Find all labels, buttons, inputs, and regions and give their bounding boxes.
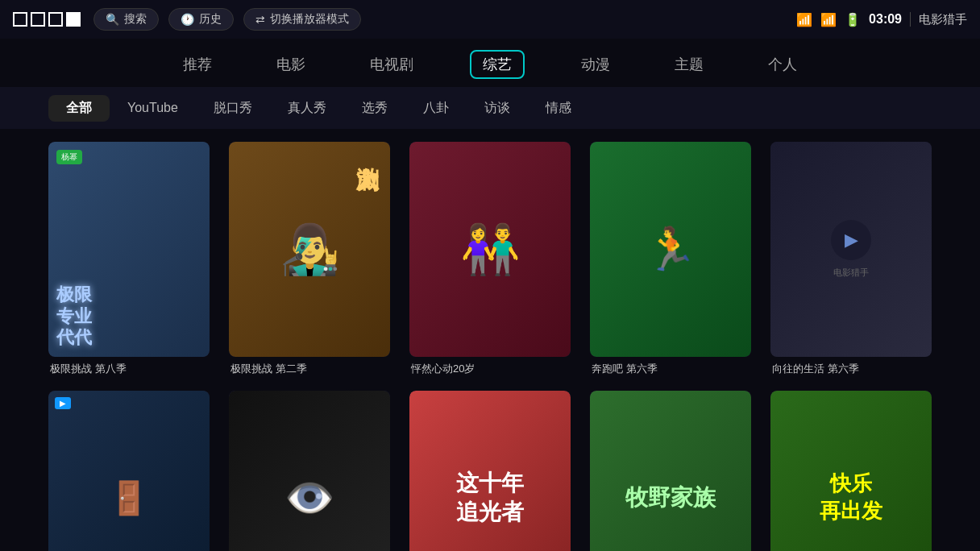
cat-推荐[interactable]: 推荐 (175, 52, 220, 77)
wifi-icon: 📶 (796, 12, 812, 27)
card-4-image: ▶ 电影猎手 (770, 142, 932, 357)
card-9-image: 快乐再出发 (770, 391, 932, 551)
sub-真人秀[interactable]: 真人秀 (270, 95, 344, 122)
category-nav: 推荐 电影 电视剧 综艺 动漫 主题 个人 (0, 39, 980, 87)
logo-square4 (66, 12, 81, 27)
card-7-image: 这十年追光者 (409, 391, 571, 551)
placeholder-play-icon: ▶ (831, 220, 871, 260)
search-button[interactable]: 🔍 搜索 (93, 8, 159, 31)
card-8-image: 牧野家族 (590, 391, 751, 551)
card-4-title: 向往的生活 第六季 (770, 362, 861, 376)
search-label: 搜索 (124, 12, 147, 27)
sub-选秀[interactable]: 选秀 (344, 95, 405, 122)
card-0[interactable]: 杨幂 极限专业代代 极限挑战 第八季 (48, 142, 210, 376)
sub-全部[interactable]: 全部 (48, 95, 110, 122)
topbar-left: 🔍 搜索 🕐 历史 ⇄ 切换播放器模式 (13, 8, 361, 31)
card-3-title: 奔跑吧 第六季 (590, 362, 659, 376)
history-button[interactable]: 🕐 历史 (168, 8, 234, 31)
sub-八卦[interactable]: 八卦 (405, 95, 467, 122)
battery-icon: 🔋 (845, 12, 861, 27)
card-4[interactable]: ▶ 电影猎手 向往的生活 第六季 (770, 142, 932, 376)
cat-综艺[interactable]: 综艺 (470, 50, 525, 79)
divider (910, 12, 911, 27)
card-0-image: 杨幂 极限专业代代 (48, 142, 210, 357)
card-1-image: 大刺激 👨‍🎤 (229, 142, 390, 357)
subcategory-nav: 全部 YouTube 脱口秀 真人秀 选秀 八卦 访谈 情感 (0, 87, 980, 129)
card-0-title: 极限挑战 第八季 (48, 362, 128, 376)
card-8[interactable]: 牧野家族 牧野家族 (590, 391, 751, 551)
card-5-image: 🚪 每周四中午12:00超前聚7月14日起 ▶ (48, 391, 210, 551)
card-5[interactable]: 🚪 每周四中午12:00超前聚7月14日起 ▶ 密室大逃脱 第四季 (48, 391, 210, 551)
logo-square3 (48, 12, 63, 27)
cat-动漫[interactable]: 动漫 (573, 52, 618, 77)
card-2[interactable]: 👫 怦然心动20岁 (409, 142, 571, 376)
card-2-title: 怦然心动20岁 (409, 362, 476, 376)
card-1[interactable]: 大刺激 👨‍🎤 极限挑战 第二季 (229, 142, 390, 376)
logo-square1 (13, 12, 27, 27)
history-label: 历史 (199, 12, 222, 27)
card-6[interactable]: 👁️ 网络炼狱：揭发N号... (229, 391, 390, 551)
topbar-right: 📶 📶 🔋 03:09 电影猎手 (796, 12, 967, 27)
card-3-image: 🏃 (590, 142, 751, 357)
cat-个人[interactable]: 个人 (760, 52, 805, 77)
card-1-title: 极限挑战 第二季 (229, 362, 309, 376)
card-6-image: 👁️ (229, 391, 390, 551)
sub-访谈[interactable]: 访谈 (467, 95, 528, 122)
card-9[interactable]: 快乐再出发 快乐再出发 (770, 391, 932, 551)
cat-主题[interactable]: 主题 (666, 52, 712, 77)
card-2-image: 👫 (409, 142, 571, 357)
cat-电影[interactable]: 电影 (268, 52, 314, 77)
history-icon: 🕐 (181, 13, 194, 26)
logo-square2 (31, 12, 45, 27)
switch-mode-button[interactable]: ⇄ 切换播放器模式 (243, 8, 361, 31)
app-title: 电影猎手 (919, 12, 967, 27)
content-grid: 杨幂 极限专业代代 极限挑战 第八季 大刺激 👨‍🎤 极限挑战 第二季 👫 怦然… (0, 135, 980, 551)
switch-label: 切换播放器模式 (270, 12, 349, 27)
signal-icon: 📶 (820, 12, 837, 27)
sub-YouTube[interactable]: YouTube (110, 96, 196, 120)
search-icon: 🔍 (106, 13, 119, 26)
cat-电视剧[interactable]: 电视剧 (362, 52, 421, 77)
card-7[interactable]: 这十年追光者 这十年 追光者 (409, 391, 571, 551)
sub-情感[interactable]: 情感 (528, 95, 589, 122)
card-3[interactable]: 🏃 奔跑吧 第六季 (590, 142, 751, 376)
topbar: 🔍 搜索 🕐 历史 ⇄ 切换播放器模式 📶 📶 🔋 03:09 电影猎手 (0, 0, 980, 39)
sub-脱口秀[interactable]: 脱口秀 (196, 95, 270, 122)
switch-icon: ⇄ (255, 13, 265, 26)
clock: 03:09 (869, 12, 902, 27)
